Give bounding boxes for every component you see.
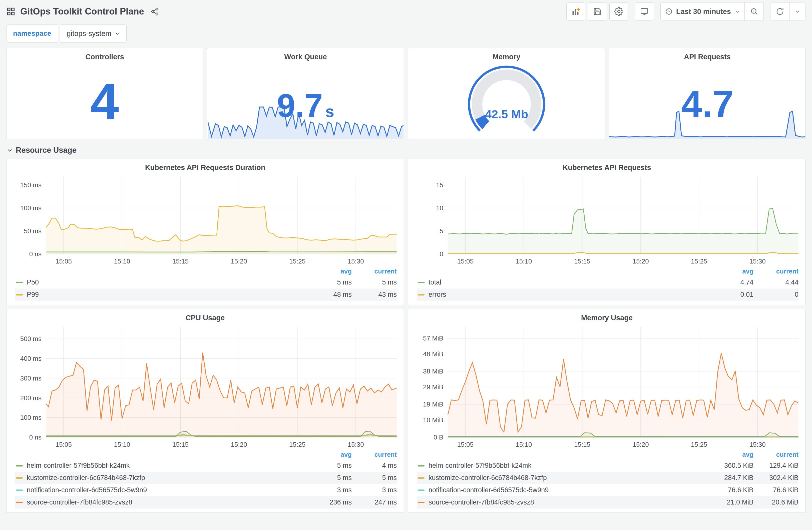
refresh-interval-button[interactable]: [789, 2, 806, 20]
row-title: Resource Usage: [16, 146, 76, 155]
plot-area[interactable]: [447, 327, 799, 437]
cycle-view-button[interactable]: [635, 2, 654, 20]
add-panel-icon: [571, 7, 580, 16]
namespace-value: gitops-system: [67, 29, 112, 38]
dashboard-page: GitOps Toolkit Control Plane: [0, 0, 812, 530]
legend-row[interactable]: kustomize-controller-6c6784b468-7kzfp5 m…: [15, 472, 397, 484]
chart-k8s-api-requests[interactable]: 05101515:0515:1015:1515:2015:2515:30: [410, 175, 801, 265]
chart-memory-usage[interactable]: 0 B10 MiB19 MiB29 MiB38 MiB48 MiB57 MiB1…: [410, 325, 801, 448]
refresh-button[interactable]: [770, 2, 789, 20]
page-title: GitOps Toolkit Control Plane: [20, 6, 144, 17]
plot-area[interactable]: [447, 177, 799, 254]
panel-title[interactable]: Kubernetes API Requests Duration: [6, 159, 404, 172]
series-label: helm-controller-57f9b56bbf-k24mk: [27, 462, 130, 470]
legend-sort-current[interactable]: current: [753, 451, 798, 458]
share-icon[interactable]: [150, 7, 159, 16]
api-requests-value: 4.7: [681, 82, 734, 126]
controllers-value: 4: [90, 72, 119, 131]
legend-row[interactable]: kustomize-controller-6c6784b468-7kzfp284…: [417, 472, 798, 484]
legend-row[interactable]: notification-controller-6d56575dc-5w9n97…: [417, 484, 798, 496]
stats-row: Controllers 4 Work Queue 9.7s Memory 42.…: [6, 48, 806, 139]
series-color-dash: [16, 282, 23, 283]
panel-title[interactable]: Controllers: [6, 48, 203, 61]
legend: avgcurrenthelm-controller-57f9b56bbf-k24…: [6, 448, 404, 513]
panel-cpu-usage: CPU Usage 0 ns100 ms200 ms300 ms400 ms50…: [6, 309, 404, 513]
series-color-dash: [16, 294, 23, 295]
panel-api-requests: API Requests 4.7: [609, 48, 806, 139]
save-dashboard-button[interactable]: [588, 2, 607, 20]
y-axis-labels: 051015: [410, 177, 443, 254]
legend-sort-current[interactable]: current: [753, 267, 798, 275]
panel-memory: Memory 42.5 Mb: [408, 48, 605, 139]
legend-sort-avg[interactable]: avg: [312, 451, 352, 458]
legend-row[interactable]: notification-controller-6d56575dc-5w9n93…: [15, 484, 397, 496]
legend-row[interactable]: errors0.010: [417, 289, 798, 301]
legend-sort-avg[interactable]: avg: [713, 451, 753, 458]
legend-sort-avg[interactable]: avg: [312, 267, 352, 275]
memory-gauge: 42.5 Mb: [459, 65, 554, 138]
dashboard-grid-icon: [6, 7, 15, 16]
panel-title[interactable]: Work Queue: [207, 48, 404, 61]
series-label: notification-controller-6d56575dc-5w9n9: [27, 486, 147, 494]
panel-title[interactable]: Memory Usage: [408, 309, 806, 322]
refresh-icon: [776, 7, 784, 16]
plot-area[interactable]: [45, 177, 397, 254]
plot-area[interactable]: [45, 327, 397, 437]
y-axis-labels: 0 ns50 ms100 ms150 ms: [8, 177, 42, 254]
x-axis-labels: 15:0515:1015:1515:2015:2515:30: [447, 255, 799, 265]
legend-sort-current[interactable]: current: [352, 267, 397, 275]
series-label: source-controller-7fb84fc985-zvsz8: [27, 499, 132, 506]
series-color-dash: [418, 465, 424, 467]
timeseries-row-2: CPU Usage 0 ns100 ms200 ms300 ms400 ms50…: [6, 309, 806, 513]
legend-sort-current[interactable]: current: [352, 451, 397, 458]
series-color-dash: [16, 489, 23, 491]
namespace-select[interactable]: gitops-system: [60, 25, 127, 43]
time-range-picker[interactable]: Last 30 minutes: [661, 2, 744, 20]
clock-icon: [665, 8, 673, 15]
legend: avgcurrenthelm-controller-57f9b56bbf-k24…: [408, 448, 806, 513]
legend: avgcurrenttotal4.744.44errors0.010: [408, 265, 806, 305]
y-axis-labels: 0 B10 MiB19 MiB29 MiB38 MiB48 MiB57 MiB: [410, 327, 443, 437]
row-resource-usage[interactable]: Resource Usage: [7, 146, 806, 155]
legend: avgcurrentP505 ms5 msP9948 ms43 ms: [6, 265, 404, 305]
panel-memory-usage: Memory Usage 0 B10 MiB19 MiB29 MiB38 MiB…: [408, 309, 806, 513]
variables-row: namespace gitops-system: [6, 25, 806, 43]
legend-row[interactable]: source-controller-7fb84fc985-zvsz821.0 M…: [417, 496, 798, 509]
work-queue-value: 9.7s: [277, 87, 334, 124]
series-color-dash: [418, 477, 424, 479]
legend-row[interactable]: helm-controller-57f9b56bbf-k24mk5 ms4 ms: [15, 459, 397, 472]
variable-label-chip: namespace: [6, 25, 58, 43]
panel-title[interactable]: API Requests: [609, 48, 806, 61]
legend-row[interactable]: helm-controller-57f9b56bbf-k24mk360.5 Ki…: [417, 459, 798, 472]
series-label: total: [429, 279, 441, 286]
panel-title[interactable]: Memory: [408, 48, 605, 61]
refresh-interval-caret-icon: [795, 9, 800, 14]
panel-work-queue: Work Queue 9.7s: [207, 48, 404, 139]
series-label: P50: [27, 279, 39, 286]
legend-row[interactable]: source-controller-7fb84fc985-zvsz8236 ms…: [15, 496, 397, 509]
series-label: notification-controller-6d56575dc-5w9n9: [429, 486, 549, 494]
gear-icon: [614, 7, 623, 16]
legend-row[interactable]: P505 ms5 ms: [15, 276, 397, 289]
series-label: errors: [429, 291, 446, 298]
series-color-dash: [16, 502, 23, 503]
dashboard-toolbar: Last 30 minutes: [560, 2, 806, 21]
series-color-dash: [418, 282, 424, 283]
zoom-out-button[interactable]: [744, 2, 764, 20]
x-axis-labels: 15:0515:1015:1515:2015:2515:30: [447, 438, 799, 448]
panel-title[interactable]: Kubernetes API Requests: [408, 159, 806, 172]
chart-k8s-api-requests-duration[interactable]: 0 ns50 ms100 ms150 ms15:0515:1015:1515:2…: [8, 175, 400, 265]
chart-cpu-usage[interactable]: 0 ns100 ms200 ms300 ms400 ms500 ms15:051…: [8, 325, 400, 448]
legend-row[interactable]: total4.744.44: [417, 276, 798, 289]
add-panel-button[interactable]: [566, 2, 585, 20]
y-axis-labels: 0 ns100 ms200 ms300 ms400 ms500 ms: [8, 327, 42, 437]
dashboard-settings-button[interactable]: [609, 2, 628, 20]
tv-icon: [640, 7, 649, 16]
svg-text:42.5 Mb: 42.5 Mb: [485, 107, 528, 121]
save-icon: [593, 7, 601, 16]
legend-row[interactable]: P9948 ms43 ms: [15, 289, 397, 301]
timeseries-row-1: Kubernetes API Requests Duration 0 ns50 …: [6, 159, 806, 305]
legend-sort-avg[interactable]: avg: [713, 267, 753, 275]
panel-title[interactable]: CPU Usage: [6, 309, 404, 322]
x-axis-labels: 15:0515:1015:1515:2015:2515:30: [45, 438, 397, 448]
